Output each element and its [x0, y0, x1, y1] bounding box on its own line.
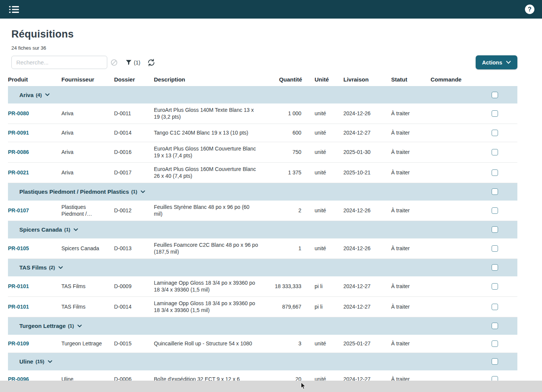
column-header-livraison[interactable]: Livraison	[343, 76, 391, 83]
row-checkbox[interactable]	[492, 110, 498, 117]
checkbox-cell	[472, 335, 517, 353]
column-header-quantite[interactable]: Quantité	[264, 76, 306, 83]
row-checkbox[interactable]	[492, 130, 498, 136]
cell-dossier: D-0014	[114, 297, 154, 317]
cell-commande	[431, 276, 472, 296]
search-input[interactable]	[11, 56, 107, 69]
product-link[interactable]: PR-0080	[8, 110, 29, 117]
row-checkbox[interactable]	[492, 304, 498, 310]
cell-statut: À traiter	[391, 124, 431, 142]
group-checkbox[interactable]	[492, 188, 498, 195]
main-content: Réquisitions 24 fiches sur 36 (1) Action…	[0, 19, 542, 389]
group-count: (4)	[36, 92, 42, 98]
product-link[interactable]: PR-0109	[8, 340, 29, 347]
group-row-turgeon-lettrage[interactable]: Turgeon Lettrage(1)	[8, 317, 517, 335]
filter-icon	[125, 59, 132, 66]
row-checkbox[interactable]	[492, 283, 498, 290]
chevron-down-icon[interactable]	[45, 93, 50, 96]
cell-unite: unité	[306, 124, 343, 142]
cell-livraison: 2024-12-27	[343, 276, 391, 296]
product-link[interactable]: PR-0021	[8, 169, 29, 176]
column-header-fournisseur[interactable]: Fournisseur	[61, 76, 114, 83]
actions-button[interactable]: Actions	[476, 55, 517, 69]
group-checkbox[interactable]	[492, 226, 498, 233]
cell-dossier: D-0011	[114, 103, 154, 124]
cell-fournisseur: Turgeon Lettrage	[61, 335, 114, 353]
cell-unite: pi li	[306, 276, 343, 296]
menu-icon[interactable]	[9, 5, 19, 14]
cell-fournisseur: Ariva	[61, 163, 114, 183]
cell-commande	[431, 142, 472, 162]
actions-label: Actions	[482, 60, 502, 66]
cell-quantite: 750	[264, 142, 306, 162]
column-header-description[interactable]: Description	[154, 76, 264, 83]
product-link[interactable]: PR-0091	[8, 129, 29, 136]
group-name: TAS Films	[19, 264, 47, 271]
row-checkbox[interactable]	[492, 340, 498, 347]
cell-produit: PR-0105	[8, 238, 61, 259]
chevron-down-icon[interactable]	[48, 360, 52, 363]
chevron-down-icon[interactable]	[74, 228, 78, 231]
checkbox-cell	[472, 201, 517, 221]
cell-produit: PR-0107	[8, 201, 61, 221]
group-row-ariva[interactable]: Ariva(4)	[8, 86, 517, 103]
cell-unite: unité	[306, 201, 343, 221]
product-link[interactable]: PR-0107	[8, 207, 29, 214]
column-header-produit[interactable]: Produit	[8, 76, 61, 83]
group-checkbox[interactable]	[492, 92, 498, 98]
cell-statut: À traiter	[391, 201, 431, 221]
column-header-statut[interactable]: Statut	[391, 76, 431, 83]
cell-description: EuroArt Plus Gloss 140M Texte Blanc 13 x…	[154, 103, 264, 124]
product-link[interactable]: PR-0101	[8, 283, 29, 290]
chevron-down-icon[interactable]	[58, 266, 63, 269]
cell-livraison: 2024-12-27	[343, 124, 391, 142]
clear-search-icon[interactable]	[110, 59, 118, 66]
group-row-plastiques-piedmont-piedmont-plastics[interactable]: Plastiques Piedmont / Piedmont Plastics(…	[8, 183, 517, 201]
filter-button[interactable]: (1)	[125, 59, 140, 66]
cell-commande	[431, 103, 472, 124]
group-label: Uline(15)	[8, 358, 472, 365]
list-menu-icon	[9, 5, 19, 14]
table-row: PR-0021ArivaD-0017EuroArt Plus Gloss 160…	[8, 163, 517, 183]
cell-livraison: 2025-01-30	[343, 142, 391, 162]
group-checkbox[interactable]	[492, 264, 498, 271]
group-label: Plastiques Piedmont / Piedmont Plastics(…	[8, 188, 472, 195]
group-row-spicers-canada[interactable]: Spicers Canada(1)	[8, 221, 517, 238]
group-checkbox[interactable]	[492, 358, 498, 365]
row-checkbox[interactable]	[492, 207, 498, 214]
product-link[interactable]: PR-0105	[8, 245, 29, 252]
cell-statut: À traiter	[391, 142, 431, 162]
checkbox-cell	[472, 185, 517, 198]
cell-quantite: 1 000	[264, 103, 306, 124]
column-header-commande[interactable]: Commande	[431, 76, 472, 83]
cell-unite: unité	[306, 238, 343, 259]
group-label: Turgeon Lettrage(1)	[8, 323, 472, 329]
cell-fournisseur: Ariva	[61, 142, 114, 162]
cell-produit: PR-0101	[8, 297, 61, 317]
product-link[interactable]: PR-0086	[8, 149, 29, 155]
table-header-row: ProduitFournisseurDossierDescriptionQuan…	[8, 76, 517, 86]
cell-description: Laminage Opp Gloss 18 3/4 po x 39360 po …	[154, 297, 264, 317]
row-checkbox[interactable]	[492, 149, 498, 155]
group-row-tas-films[interactable]: TAS Films(2)	[8, 259, 517, 276]
help-icon[interactable]: ?	[525, 5, 534, 14]
group-name: Uline	[19, 358, 33, 365]
checkbox-cell	[472, 297, 517, 317]
group-row-uline[interactable]: Uline(15)	[8, 353, 517, 370]
chevron-down-icon[interactable]	[77, 325, 82, 328]
group-checkbox[interactable]	[492, 323, 498, 329]
table-row: PR-0086ArivaD-0016EuroArt Plus Gloss 160…	[8, 142, 517, 163]
row-checkbox[interactable]	[492, 245, 498, 252]
cell-livraison: 2024-12-26	[343, 103, 391, 124]
chevron-down-icon[interactable]	[141, 190, 145, 193]
cell-unite: unité	[306, 335, 343, 353]
column-header-unite[interactable]: Unité	[306, 76, 343, 83]
product-link[interactable]: PR-0101	[8, 303, 29, 310]
refresh-icon[interactable]	[147, 58, 155, 67]
table-row: PR-0109Turgeon LettrageD-0015Quincailler…	[8, 335, 517, 353]
column-header-dossier[interactable]: Dossier	[114, 76, 154, 83]
row-checkbox[interactable]	[492, 169, 498, 176]
cell-statut: À traiter	[391, 238, 431, 259]
table-row: PR-0101TAS FilmsD-0014Laminage Opp Gloss…	[8, 297, 517, 317]
group-count: (1)	[68, 323, 74, 329]
